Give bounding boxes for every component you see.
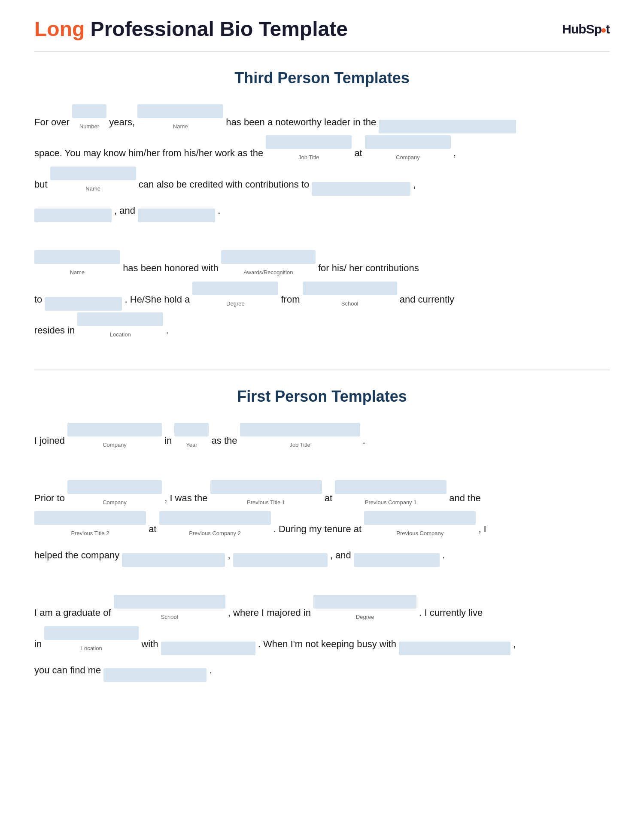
text-period3: . [363, 435, 365, 445]
name3-label: Name [70, 265, 85, 280]
industry-field[interactable] [379, 120, 516, 133]
name1-field[interactable] [137, 104, 223, 118]
fp-prevcompany1-field[interactable] [335, 480, 447, 494]
fp-achievement3-field-wrapper [354, 553, 440, 568]
fp-year-field[interactable] [174, 423, 209, 436]
text-to: to [34, 294, 45, 305]
name1-field-wrapper: Name [137, 104, 223, 134]
company-field[interactable] [365, 135, 451, 149]
fp-location-field-wrapper: Location [44, 626, 139, 656]
third-person-section: Third Person Templates For over Number y… [34, 69, 610, 344]
name2-field[interactable] [50, 167, 136, 180]
fp-prevcompany3-field-wrapper: Previous Company [364, 511, 476, 541]
location-field-wrapper: Location [77, 312, 163, 342]
section-divider [34, 370, 610, 370]
number-field[interactable] [72, 104, 106, 118]
text-credited: can also be credited with contributions … [139, 179, 312, 190]
name2-label: Name [85, 181, 100, 197]
fp-achievement3-field[interactable] [354, 553, 440, 567]
fp-school-field[interactable] [114, 595, 225, 609]
hubspot-logo: HubSpt [562, 22, 610, 36]
fp-prevcompany3-field[interactable] [364, 511, 476, 525]
text-but: but [34, 179, 50, 190]
number-field-wrapper: Number [72, 104, 106, 134]
fp-hobby-field[interactable] [399, 642, 510, 655]
degree-field[interactable] [192, 282, 278, 295]
text-for-contributions: for his/ her contributions [318, 263, 419, 273]
fp-prevcompany2-label: Previous Company 2 [189, 526, 241, 541]
fp-year-field-wrapper: Year [174, 423, 209, 453]
fp-prevcompany-field-wrapper: Company [67, 480, 162, 510]
page-header: Long Professional Bio Template HubSpt [34, 17, 610, 41]
location-field[interactable] [77, 312, 163, 326]
first-person-section: First Person Templates I joined Company … [34, 388, 610, 684]
fp-prevtitle1-field[interactable] [210, 480, 322, 494]
page-title: Long Professional Bio Template [34, 17, 348, 41]
text-comma4: , [513, 639, 516, 649]
first-person-title: First Person Templates [34, 388, 610, 406]
fp-school-field-wrapper: School [114, 595, 225, 625]
fp-prevtitle2-label: Previous Title 2 [71, 526, 109, 541]
fp-major-field[interactable] [313, 595, 416, 609]
text-and-the: and the [449, 492, 480, 503]
name3-field[interactable] [34, 250, 120, 264]
fp-school-label: School [161, 609, 178, 625]
third-person-template: For over Number years, Name has been a n… [34, 104, 610, 344]
text-and2: , and [330, 550, 354, 560]
text-space-you: space. You may know him/her from his/her… [34, 148, 266, 158]
text-comma1: , [453, 148, 456, 158]
fp-jobtitle-label: Job Title [289, 437, 310, 453]
text-with: with [141, 639, 161, 649]
text-and: , and [114, 205, 138, 216]
text-currently: and currently [400, 294, 454, 305]
contribution3-field[interactable] [138, 209, 215, 222]
location-label: Location [110, 327, 131, 342]
text-helped: helped the company [34, 550, 122, 560]
contribution3-field-wrapper [138, 209, 215, 223]
text-as-the: as the [212, 435, 240, 445]
title-rest: Professional Bio Template [85, 18, 348, 40]
field2-field[interactable] [45, 297, 122, 311]
text-at: at [354, 148, 365, 158]
contribution2-field-wrapper [34, 209, 112, 223]
text-when-not: . When I'm not keeping busy with [258, 639, 399, 649]
fp-prevcompany-field[interactable] [67, 480, 162, 494]
fp-achievement1-field-wrapper [122, 553, 225, 568]
school-field[interactable] [303, 282, 397, 295]
text-honored: has been honored with [123, 263, 221, 273]
text-currently-live: . I currently live [419, 607, 483, 618]
fp-activity-field[interactable] [103, 668, 207, 682]
name3-field-wrapper: Name [34, 250, 120, 280]
contribution1-field[interactable] [312, 182, 410, 196]
school-label: School [341, 296, 358, 312]
text-period2: . [166, 325, 168, 336]
text-hold: . He/She hold a [125, 294, 193, 305]
fp-company-field[interactable] [67, 423, 162, 436]
fp-prevcompany-label: Company [103, 495, 127, 510]
jobtitle-label: Job Title [298, 150, 319, 165]
text-period4: . [442, 550, 445, 560]
text-where: , where I majored in [228, 607, 313, 618]
fp-achievement2-field[interactable] [233, 553, 328, 567]
fp-prevcompany3-label: Previous Company [396, 526, 444, 541]
fp-location-label: Location [81, 641, 102, 656]
fp-activity-field-wrapper [103, 668, 207, 683]
jobtitle-field[interactable] [266, 135, 352, 149]
fp-jobtitle-field[interactable] [240, 423, 360, 436]
fp-prevtitle2-field[interactable] [34, 511, 146, 525]
text-comma2: , [413, 179, 416, 190]
jobtitle-field-wrapper: Job Title [266, 135, 352, 165]
text-for-over: For over [34, 117, 72, 127]
contribution2-field[interactable] [34, 209, 112, 222]
text-i: , I [478, 524, 486, 534]
fp-achievement1-field[interactable] [122, 553, 225, 567]
fp-location-field[interactable] [44, 626, 139, 640]
header-divider [34, 51, 610, 52]
text-in2: in [34, 639, 44, 649]
awards-field[interactable] [221, 250, 316, 264]
fp-prevcompany1-label: Previous Company 1 [365, 495, 417, 510]
fp-prevcompany2-field[interactable] [159, 511, 271, 525]
text-find-me: you can find me [34, 665, 103, 675]
company-field-wrapper: Company [365, 135, 451, 165]
fp-person-field[interactable] [161, 642, 255, 655]
